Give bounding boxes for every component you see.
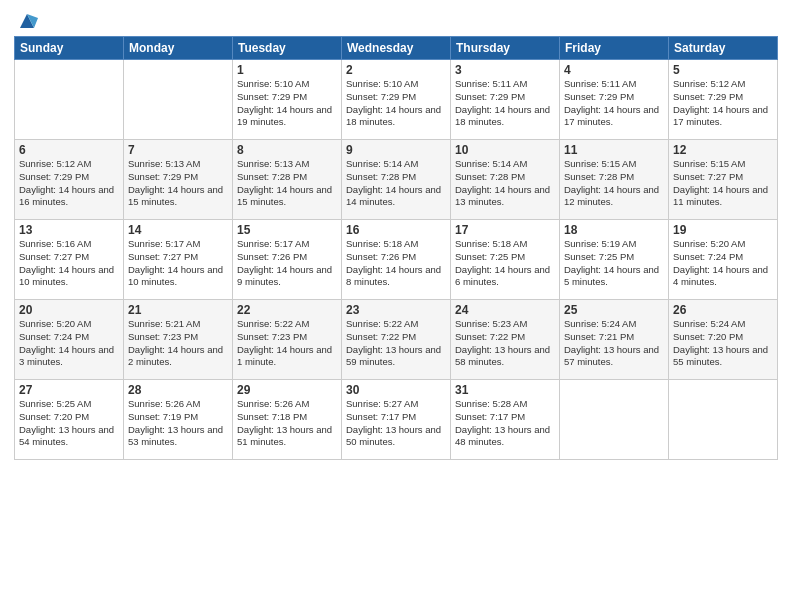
- weekday-header-thursday: Thursday: [451, 37, 560, 60]
- calendar-cell: 21Sunrise: 5:21 AM Sunset: 7:23 PM Dayli…: [124, 300, 233, 380]
- day-info: Sunrise: 5:10 AM Sunset: 7:29 PM Dayligh…: [237, 78, 337, 129]
- calendar-cell: 15Sunrise: 5:17 AM Sunset: 7:26 PM Dayli…: [233, 220, 342, 300]
- page: SundayMondayTuesdayWednesdayThursdayFrid…: [0, 0, 792, 612]
- day-number: 27: [19, 383, 119, 397]
- day-info: Sunrise: 5:17 AM Sunset: 7:26 PM Dayligh…: [237, 238, 337, 289]
- calendar-week-1: 1Sunrise: 5:10 AM Sunset: 7:29 PM Daylig…: [15, 60, 778, 140]
- day-info: Sunrise: 5:18 AM Sunset: 7:26 PM Dayligh…: [346, 238, 446, 289]
- day-number: 7: [128, 143, 228, 157]
- day-number: 26: [673, 303, 773, 317]
- calendar-cell: 18Sunrise: 5:19 AM Sunset: 7:25 PM Dayli…: [560, 220, 669, 300]
- day-info: Sunrise: 5:18 AM Sunset: 7:25 PM Dayligh…: [455, 238, 555, 289]
- day-info: Sunrise: 5:25 AM Sunset: 7:20 PM Dayligh…: [19, 398, 119, 449]
- calendar-cell: 20Sunrise: 5:20 AM Sunset: 7:24 PM Dayli…: [15, 300, 124, 380]
- calendar-week-4: 20Sunrise: 5:20 AM Sunset: 7:24 PM Dayli…: [15, 300, 778, 380]
- day-info: Sunrise: 5:13 AM Sunset: 7:28 PM Dayligh…: [237, 158, 337, 209]
- day-info: Sunrise: 5:22 AM Sunset: 7:22 PM Dayligh…: [346, 318, 446, 369]
- calendar-cell: [124, 60, 233, 140]
- day-number: 16: [346, 223, 446, 237]
- day-number: 6: [19, 143, 119, 157]
- day-info: Sunrise: 5:11 AM Sunset: 7:29 PM Dayligh…: [455, 78, 555, 129]
- day-number: 29: [237, 383, 337, 397]
- calendar-cell: 23Sunrise: 5:22 AM Sunset: 7:22 PM Dayli…: [342, 300, 451, 380]
- calendar-week-3: 13Sunrise: 5:16 AM Sunset: 7:27 PM Dayli…: [15, 220, 778, 300]
- day-info: Sunrise: 5:20 AM Sunset: 7:24 PM Dayligh…: [19, 318, 119, 369]
- calendar-cell: 7Sunrise: 5:13 AM Sunset: 7:29 PM Daylig…: [124, 140, 233, 220]
- calendar-cell: 30Sunrise: 5:27 AM Sunset: 7:17 PM Dayli…: [342, 380, 451, 460]
- calendar-cell: 24Sunrise: 5:23 AM Sunset: 7:22 PM Dayli…: [451, 300, 560, 380]
- day-info: Sunrise: 5:16 AM Sunset: 7:27 PM Dayligh…: [19, 238, 119, 289]
- day-info: Sunrise: 5:14 AM Sunset: 7:28 PM Dayligh…: [455, 158, 555, 209]
- calendar-cell: 1Sunrise: 5:10 AM Sunset: 7:29 PM Daylig…: [233, 60, 342, 140]
- calendar-cell: 25Sunrise: 5:24 AM Sunset: 7:21 PM Dayli…: [560, 300, 669, 380]
- day-number: 21: [128, 303, 228, 317]
- calendar-cell: 11Sunrise: 5:15 AM Sunset: 7:28 PM Dayli…: [560, 140, 669, 220]
- calendar-cell: 3Sunrise: 5:11 AM Sunset: 7:29 PM Daylig…: [451, 60, 560, 140]
- day-number: 24: [455, 303, 555, 317]
- calendar-cell: 22Sunrise: 5:22 AM Sunset: 7:23 PM Dayli…: [233, 300, 342, 380]
- calendar-cell: 29Sunrise: 5:26 AM Sunset: 7:18 PM Dayli…: [233, 380, 342, 460]
- day-info: Sunrise: 5:19 AM Sunset: 7:25 PM Dayligh…: [564, 238, 664, 289]
- calendar-cell: 17Sunrise: 5:18 AM Sunset: 7:25 PM Dayli…: [451, 220, 560, 300]
- day-info: Sunrise: 5:20 AM Sunset: 7:24 PM Dayligh…: [673, 238, 773, 289]
- logo-icon: [16, 10, 38, 32]
- day-number: 2: [346, 63, 446, 77]
- header: [14, 10, 778, 28]
- calendar-cell: 4Sunrise: 5:11 AM Sunset: 7:29 PM Daylig…: [560, 60, 669, 140]
- calendar-cell: 10Sunrise: 5:14 AM Sunset: 7:28 PM Dayli…: [451, 140, 560, 220]
- day-info: Sunrise: 5:26 AM Sunset: 7:19 PM Dayligh…: [128, 398, 228, 449]
- day-number: 31: [455, 383, 555, 397]
- calendar-cell: 16Sunrise: 5:18 AM Sunset: 7:26 PM Dayli…: [342, 220, 451, 300]
- calendar-cell: 19Sunrise: 5:20 AM Sunset: 7:24 PM Dayli…: [669, 220, 778, 300]
- day-number: 11: [564, 143, 664, 157]
- day-number: 10: [455, 143, 555, 157]
- calendar-cell: 28Sunrise: 5:26 AM Sunset: 7:19 PM Dayli…: [124, 380, 233, 460]
- day-number: 28: [128, 383, 228, 397]
- day-number: 4: [564, 63, 664, 77]
- day-number: 20: [19, 303, 119, 317]
- day-number: 22: [237, 303, 337, 317]
- weekday-header-tuesday: Tuesday: [233, 37, 342, 60]
- day-number: 23: [346, 303, 446, 317]
- day-info: Sunrise: 5:21 AM Sunset: 7:23 PM Dayligh…: [128, 318, 228, 369]
- calendar-cell: 2Sunrise: 5:10 AM Sunset: 7:29 PM Daylig…: [342, 60, 451, 140]
- day-info: Sunrise: 5:10 AM Sunset: 7:29 PM Dayligh…: [346, 78, 446, 129]
- day-info: Sunrise: 5:26 AM Sunset: 7:18 PM Dayligh…: [237, 398, 337, 449]
- day-number: 18: [564, 223, 664, 237]
- calendar-week-2: 6Sunrise: 5:12 AM Sunset: 7:29 PM Daylig…: [15, 140, 778, 220]
- day-info: Sunrise: 5:12 AM Sunset: 7:29 PM Dayligh…: [19, 158, 119, 209]
- calendar-week-5: 27Sunrise: 5:25 AM Sunset: 7:20 PM Dayli…: [15, 380, 778, 460]
- day-number: 9: [346, 143, 446, 157]
- calendar-cell: [15, 60, 124, 140]
- day-info: Sunrise: 5:15 AM Sunset: 7:27 PM Dayligh…: [673, 158, 773, 209]
- calendar-cell: 31Sunrise: 5:28 AM Sunset: 7:17 PM Dayli…: [451, 380, 560, 460]
- calendar-cell: 5Sunrise: 5:12 AM Sunset: 7:29 PM Daylig…: [669, 60, 778, 140]
- calendar-cell: 27Sunrise: 5:25 AM Sunset: 7:20 PM Dayli…: [15, 380, 124, 460]
- day-info: Sunrise: 5:27 AM Sunset: 7:17 PM Dayligh…: [346, 398, 446, 449]
- calendar-table: SundayMondayTuesdayWednesdayThursdayFrid…: [14, 36, 778, 460]
- calendar-cell: [560, 380, 669, 460]
- calendar-cell: 9Sunrise: 5:14 AM Sunset: 7:28 PM Daylig…: [342, 140, 451, 220]
- weekday-header-friday: Friday: [560, 37, 669, 60]
- day-info: Sunrise: 5:23 AM Sunset: 7:22 PM Dayligh…: [455, 318, 555, 369]
- day-info: Sunrise: 5:24 AM Sunset: 7:20 PM Dayligh…: [673, 318, 773, 369]
- day-info: Sunrise: 5:14 AM Sunset: 7:28 PM Dayligh…: [346, 158, 446, 209]
- calendar-cell: 6Sunrise: 5:12 AM Sunset: 7:29 PM Daylig…: [15, 140, 124, 220]
- weekday-header-sunday: Sunday: [15, 37, 124, 60]
- day-number: 5: [673, 63, 773, 77]
- calendar-cell: [669, 380, 778, 460]
- day-info: Sunrise: 5:22 AM Sunset: 7:23 PM Dayligh…: [237, 318, 337, 369]
- day-number: 8: [237, 143, 337, 157]
- calendar-cell: 13Sunrise: 5:16 AM Sunset: 7:27 PM Dayli…: [15, 220, 124, 300]
- day-number: 15: [237, 223, 337, 237]
- weekday-header-wednesday: Wednesday: [342, 37, 451, 60]
- weekday-header-row: SundayMondayTuesdayWednesdayThursdayFrid…: [15, 37, 778, 60]
- weekday-header-monday: Monday: [124, 37, 233, 60]
- calendar-cell: 12Sunrise: 5:15 AM Sunset: 7:27 PM Dayli…: [669, 140, 778, 220]
- day-info: Sunrise: 5:24 AM Sunset: 7:21 PM Dayligh…: [564, 318, 664, 369]
- day-info: Sunrise: 5:12 AM Sunset: 7:29 PM Dayligh…: [673, 78, 773, 129]
- calendar-cell: 8Sunrise: 5:13 AM Sunset: 7:28 PM Daylig…: [233, 140, 342, 220]
- day-number: 12: [673, 143, 773, 157]
- day-number: 13: [19, 223, 119, 237]
- day-number: 3: [455, 63, 555, 77]
